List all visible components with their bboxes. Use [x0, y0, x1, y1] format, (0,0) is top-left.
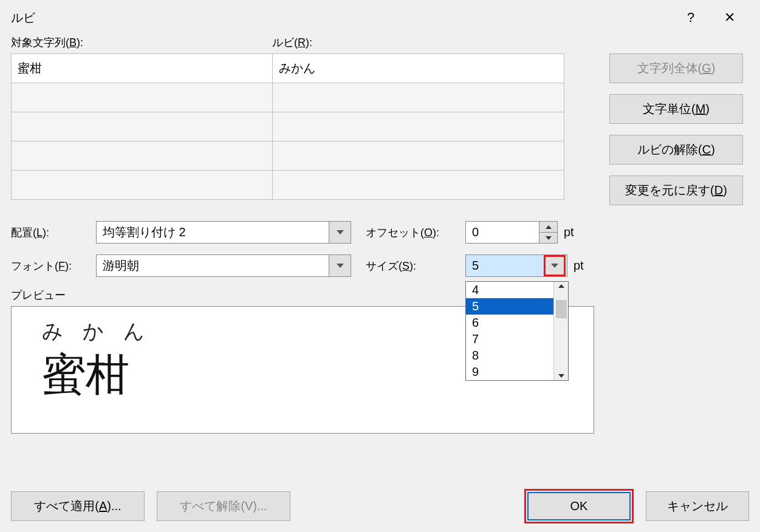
table-row	[12, 142, 564, 171]
offset-down-button[interactable]	[539, 233, 557, 243]
chevron-up-icon	[546, 225, 552, 229]
size-dropdown-list[interactable]: 4 5 6 7 8 9	[465, 281, 569, 381]
chevron-up-icon	[558, 284, 564, 288]
chevron-down-icon	[337, 230, 344, 234]
chevron-down-icon	[551, 264, 558, 268]
chevron-down-icon	[337, 264, 344, 268]
font-combo[interactable]	[96, 254, 351, 277]
table-row	[12, 112, 564, 142]
list-item[interactable]: 9	[466, 364, 568, 380]
list-item[interactable]: 6	[466, 315, 568, 331]
target-cell[interactable]	[12, 112, 273, 142]
ok-highlight: OK	[524, 489, 634, 523]
offset-label: オフセット(O):	[366, 225, 465, 240]
ruby-grid[interactable]: 蜜柑みかん	[11, 53, 564, 200]
list-item[interactable]: 7	[466, 331, 568, 347]
ruby-label: ルビ(R):	[272, 35, 564, 50]
size-dropdown-button[interactable]	[544, 255, 566, 276]
target-cell[interactable]	[12, 83, 273, 112]
apply-all-button[interactable]: すべて適用(A)...	[11, 491, 145, 521]
preview-label: プレビュー	[11, 288, 749, 302]
ruby-cell[interactable]: みかん	[273, 54, 564, 83]
ruby-cell[interactable]	[273, 142, 564, 171]
titlebar: ルビ ? ✕	[0, 0, 760, 35]
help-button[interactable]: ?	[671, 5, 710, 30]
close-button[interactable]: ✕	[710, 5, 749, 30]
list-item[interactable]: 8	[466, 347, 568, 364]
align-combo[interactable]	[96, 221, 351, 244]
table-row	[12, 83, 564, 112]
chevron-down-icon	[558, 374, 564, 378]
target-cell[interactable]: 蜜柑	[12, 54, 273, 83]
font-label: フォント(F):	[11, 259, 96, 273]
size-input[interactable]	[466, 255, 544, 276]
ok-button[interactable]: OK	[527, 492, 631, 520]
scroll-thumb[interactable]	[556, 300, 567, 318]
font-input[interactable]	[97, 255, 329, 276]
whole-string-button[interactable]: 文字列全体(G)	[609, 53, 743, 83]
clear-ruby-button[interactable]: ルビの解除(C)	[609, 135, 743, 165]
table-row: 蜜柑みかん	[12, 54, 564, 83]
chevron-down-icon	[546, 236, 552, 240]
align-dropdown-button[interactable]	[329, 222, 351, 243]
remove-all-button[interactable]: すべて解除(V)...	[157, 491, 290, 521]
offset-input[interactable]	[466, 222, 539, 243]
offset-spinner[interactable]	[465, 221, 558, 244]
pt-unit: pt	[564, 225, 574, 239]
align-input[interactable]	[97, 222, 329, 243]
size-combo[interactable]	[465, 254, 567, 277]
ruby-dialog: ルビ ? ✕ 対象文字列(B): ルビ(R): 蜜柑みかん	[0, 0, 760, 532]
char-unit-button[interactable]: 文字単位(M)	[609, 94, 743, 124]
align-label: 配置(L):	[11, 225, 96, 240]
ruby-cell[interactable]	[273, 171, 564, 200]
revert-button[interactable]: 変更を元に戻す(D)	[609, 176, 743, 205]
target-label: 対象文字列(B):	[11, 35, 272, 50]
ruby-cell[interactable]	[273, 112, 564, 142]
table-row	[12, 171, 564, 200]
pt-unit: pt	[573, 259, 584, 273]
dialog-title: ルビ	[11, 10, 35, 26]
offset-up-button[interactable]	[539, 222, 557, 233]
cancel-button[interactable]: キャンセル	[646, 491, 749, 521]
ruby-cell[interactable]	[273, 83, 564, 112]
target-cell[interactable]	[12, 171, 273, 200]
font-dropdown-button[interactable]	[329, 255, 351, 276]
list-item[interactable]: 4	[466, 282, 568, 298]
list-item[interactable]: 5	[466, 298, 568, 315]
size-label: サイズ(S):	[366, 259, 465, 273]
target-cell[interactable]	[12, 142, 273, 171]
scrollbar[interactable]	[553, 282, 568, 380]
